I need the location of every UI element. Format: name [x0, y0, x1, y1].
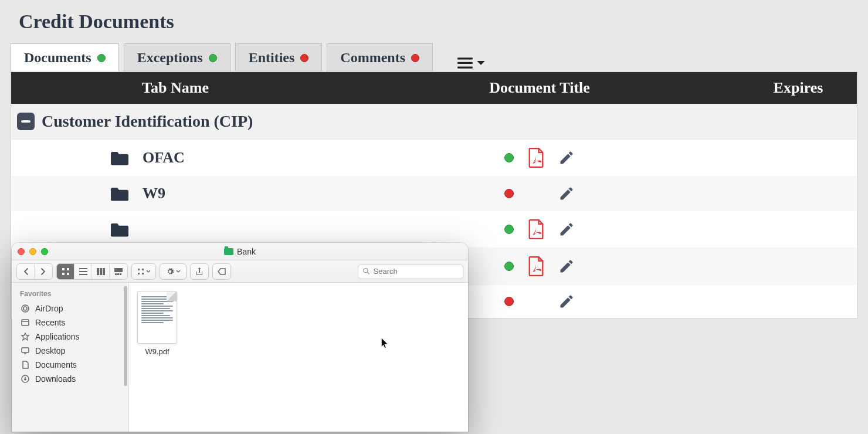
tab-entities[interactable]: Entities [235, 43, 323, 72]
sidebar-item-downloads[interactable]: Downloads [15, 372, 125, 386]
svg-point-21 [364, 269, 368, 273]
chevron-right-icon [40, 268, 46, 275]
svg-rect-20 [142, 273, 144, 274]
sidebar-item-label: Desktop [35, 346, 65, 355]
svg-rect-15 [117, 273, 119, 275]
view-icons-button[interactable] [57, 264, 74, 279]
table-row[interactable]: OFAC [11, 140, 857, 177]
nav-buttons [16, 263, 53, 280]
traffic-light-minimize[interactable] [29, 248, 36, 255]
pencil-icon[interactable] [558, 185, 575, 202]
pencil-icon[interactable] [558, 221, 575, 238]
svg-rect-5 [62, 273, 65, 275]
view-list-button[interactable] [74, 264, 92, 279]
document-name: OFAC [143, 149, 185, 167]
table-row[interactable]: W9 [11, 177, 857, 211]
sidebar-item-airdrop[interactable]: AirDrop [15, 301, 125, 316]
traffic-light-zoom[interactable] [41, 248, 48, 255]
sidebar-scrollbar[interactable] [124, 286, 127, 428]
gallery-icon [114, 268, 123, 275]
status-dot-icon [97, 54, 106, 62]
traffic-light-close[interactable] [18, 248, 25, 255]
svg-rect-6 [67, 273, 69, 275]
group-title: Customer Identification (CIP) [42, 112, 253, 131]
status-dot-icon [504, 225, 514, 234]
pdf-icon[interactable] [528, 219, 544, 239]
sidebar-item-desktop[interactable]: Desktop [15, 344, 125, 358]
finder-titlebar[interactable]: Bank [12, 243, 468, 260]
svg-rect-11 [100, 268, 102, 275]
tab-documents[interactable]: Documents [11, 43, 119, 72]
pencil-icon[interactable] [558, 150, 575, 166]
sidebar-item-applications[interactable]: Applications [15, 330, 125, 344]
folder-icon [111, 222, 128, 237]
finder-window[interactable]: Bank [12, 243, 468, 432]
forward-button[interactable] [35, 264, 52, 279]
document-name: W9 [143, 185, 165, 202]
view-gallery-button[interactable] [110, 264, 127, 279]
chevron-left-icon [23, 268, 29, 275]
group-row[interactable]: Customer Identification (CIP) [11, 104, 857, 140]
share-button[interactable] [191, 264, 208, 279]
status-dot-icon [504, 262, 514, 271]
svg-rect-14 [115, 273, 117, 275]
svg-rect-3 [62, 268, 65, 270]
finder-title-label: Bank [237, 247, 256, 256]
tabs-row: Documents Exceptions Entities Comments [11, 43, 868, 72]
pencil-icon[interactable] [558, 258, 575, 274]
chevron-down-icon [476, 60, 486, 67]
svg-rect-0 [457, 57, 473, 59]
svg-rect-10 [97, 268, 99, 275]
tab-label: Documents [24, 50, 91, 66]
sidebar-header: Favorites [15, 287, 125, 301]
documents-icon [20, 360, 30, 369]
overflow-menu-button[interactable] [455, 55, 488, 72]
arrange-button[interactable] [131, 263, 156, 280]
svg-rect-8 [79, 271, 87, 272]
status-dot-icon [209, 54, 217, 62]
gear-icon [166, 267, 174, 276]
tab-label: Exceptions [137, 50, 203, 66]
svg-rect-9 [79, 274, 87, 275]
svg-rect-7 [79, 268, 87, 269]
status-dot-icon [504, 153, 514, 162]
apps-icon [20, 332, 30, 341]
tab-exceptions[interactable]: Exceptions [124, 43, 230, 72]
finder-sidebar: Favorites AirDropRecentsApplicationsDesk… [12, 283, 129, 432]
tags-button[interactable] [213, 264, 230, 279]
view-columns-button[interactable] [92, 264, 110, 279]
pencil-icon[interactable] [558, 293, 575, 310]
pdf-icon[interactable] [528, 256, 544, 276]
file-item[interactable]: W9.pdf [137, 291, 177, 356]
svg-point-24 [22, 305, 29, 312]
finder-title: Bank [12, 247, 468, 256]
collapse-toggle[interactable] [17, 113, 35, 130]
finder-content[interactable]: W9.pdf [129, 283, 468, 432]
list-icon [79, 268, 87, 275]
svg-rect-12 [103, 268, 105, 275]
pdf-icon[interactable] [528, 148, 544, 168]
svg-rect-19 [138, 273, 140, 274]
search-icon [363, 267, 370, 275]
scrollbar-thumb[interactable] [124, 286, 127, 386]
tab-label: Entities [249, 50, 295, 66]
search-field[interactable] [358, 264, 463, 279]
svg-rect-1 [457, 62, 473, 64]
search-input[interactable] [374, 267, 458, 276]
svg-point-23 [23, 307, 27, 310]
arrange-dropdown[interactable] [132, 264, 155, 279]
sidebar-item-recents[interactable]: Recents [15, 316, 125, 330]
finder-toolbar [12, 260, 468, 283]
sidebar-item-label: Documents [35, 360, 77, 369]
back-button[interactable] [17, 264, 35, 279]
tab-comments[interactable]: Comments [327, 43, 433, 72]
action-button[interactable] [160, 263, 187, 280]
sidebar-item-documents[interactable]: Documents [15, 358, 125, 372]
column-header-doctitle: Document Title [340, 79, 740, 97]
folder-icon [111, 186, 128, 201]
action-dropdown[interactable] [160, 264, 186, 279]
svg-rect-16 [120, 273, 121, 275]
folder-icon [111, 150, 128, 165]
status-dot-icon [300, 54, 308, 62]
share-button-group [190, 263, 209, 280]
